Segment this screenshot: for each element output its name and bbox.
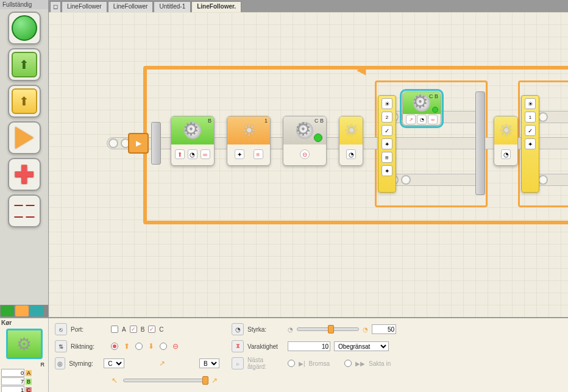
- palette-data-button[interactable]: [8, 158, 41, 191]
- light-icon: [497, 122, 514, 139]
- steering-icon: ◎: [55, 357, 65, 369]
- config-power-row: ◔ Styrka: ◔ ◔: [232, 322, 396, 337]
- gear-icon: [184, 122, 201, 139]
- wait-block[interactable]: ◔: [339, 116, 363, 166]
- steering-label-text: Styrning:: [69, 360, 100, 367]
- port-label: C B: [314, 118, 324, 124]
- tab-0[interactable]: LineFollower: [62, 1, 107, 12]
- steer-left-icon: ↖: [110, 376, 119, 385]
- switch-port-label: 1: [525, 112, 536, 123]
- palette-mode-tabs: [0, 305, 48, 317]
- config-steering-row: ◎ Styrning: C ↗ B: [55, 356, 219, 371]
- stop-icon: ⊖: [171, 341, 180, 351]
- steer-arrow-icon: ↗: [158, 358, 166, 368]
- config-duration-row: ⧗ Varaktighet Obegränsat: [232, 339, 396, 354]
- loop-handle-left[interactable]: [151, 122, 161, 165]
- tabs-bar: ◻ LineFollower LineFollower Untitled-1 L…: [49, 0, 568, 12]
- switch-opt-icon: ✦: [382, 165, 392, 176]
- switch-block-1[interactable]: ☀ 2 ✓ ✦ ≡ ✦: [378, 95, 396, 193]
- power-value-input[interactable]: [372, 324, 396, 334]
- feedback-b-value[interactable]: [1, 377, 24, 385]
- palette-tab-3[interactable]: [30, 305, 43, 316]
- next-action-label-text: Nästa åtgärd:: [247, 357, 284, 370]
- tab-close-all[interactable]: ◻: [50, 1, 61, 12]
- sequence-beam-s1-false: [387, 174, 485, 186]
- switch-opt-icon: ✦: [525, 138, 536, 149]
- palette-advanced-button[interactable]: [8, 194, 41, 227]
- brake-radio[interactable]: [288, 360, 295, 367]
- power-slider[interactable]: [297, 327, 359, 331]
- switch-1-handle-right[interactable]: [475, 91, 485, 195]
- duration-icon: ⧗: [232, 340, 244, 352]
- palette-tab-1[interactable]: [1, 305, 14, 316]
- port-c-checkbox[interactable]: [148, 326, 155, 333]
- config-panel: Kør R A B C ⎋ Port: A B C ◔ Styrka: ◔ ◔ …: [0, 317, 568, 392]
- gear-icon: [296, 122, 313, 139]
- program-canvas[interactable]: ◀ B ⬆◔∞ 1 ✦≡ C B ⊖: [49, 12, 568, 317]
- tab-2[interactable]: Untitled-1: [154, 1, 191, 12]
- start-block[interactable]: [128, 133, 149, 154]
- config-title: Kør: [1, 319, 47, 326]
- feedback-c-label: C: [26, 387, 32, 393]
- config-preview-pane: Kør R A B C: [0, 318, 49, 392]
- motor-block-b[interactable]: B ⬆◔∞: [171, 116, 215, 166]
- feedback-a-value[interactable]: [1, 369, 24, 377]
- switch-opt-icon: ✓: [382, 125, 392, 136]
- config-steering-slider-row: ↖ ↗: [55, 373, 219, 388]
- direction-back-radio[interactable]: [135, 343, 143, 350]
- palette-title: Fullständig: [0, 0, 48, 9]
- direction-fwd-radio[interactable]: [111, 343, 118, 350]
- tab-3[interactable]: LineFollower.: [191, 1, 241, 12]
- port-b-checkbox[interactable]: [130, 326, 137, 333]
- feedback-ports: A B C: [1, 369, 47, 392]
- steering-slider[interactable]: [123, 379, 206, 382]
- wait-block-2[interactable]: ◔: [494, 116, 518, 166]
- config-block-preview: [6, 329, 43, 359]
- palette-tab-2[interactable]: [15, 305, 29, 316]
- gear-icon: [413, 94, 430, 112]
- arrow-up-icon: ⬆: [122, 341, 132, 351]
- brake-icon: ▶|: [299, 360, 305, 367]
- power-icon: ◔: [232, 323, 244, 335]
- port-label-text: Port:: [71, 326, 107, 333]
- config-direction-row: ⇅ Riktning: ⬆ ⬇ ⊖: [55, 339, 219, 354]
- palette-flow-button[interactable]: [8, 121, 41, 154]
- steering-right-select[interactable]: B: [199, 358, 219, 368]
- direction-label-text: Riktning:: [71, 343, 107, 350]
- power-label-text: Styrka:: [247, 326, 284, 333]
- switch-opt-icon: ≡: [382, 152, 392, 163]
- tab-1[interactable]: LineFollower: [108, 1, 154, 12]
- move-block-cb[interactable]: C B ⊖: [283, 116, 327, 166]
- steer-right-icon: ↗: [210, 376, 219, 385]
- port-label: B: [208, 118, 211, 124]
- port-icon: ⎋: [55, 323, 67, 335]
- port-a-checkbox[interactable]: [111, 326, 118, 333]
- duration-value-input[interactable]: [288, 341, 330, 351]
- switch-opt-icon: ✓: [525, 125, 536, 136]
- light-icon: [240, 122, 257, 139]
- next-action-icon: ▹: [232, 357, 244, 369]
- feedback-c-value[interactable]: [1, 386, 24, 392]
- reset-label[interactable]: R: [1, 362, 47, 368]
- palette-common-button[interactable]: [8, 12, 41, 45]
- switch-sensor-icon: ☀: [382, 98, 392, 109]
- duration-mode-select[interactable]: Obegränsat: [334, 341, 389, 351]
- palette-sensor-button[interactable]: [8, 85, 41, 118]
- palette-sidebar: Fullständig: [0, 0, 49, 317]
- config-port-row: ⎋ Port: A B C: [55, 322, 219, 337]
- switch-opt-icon: ✦: [382, 138, 392, 149]
- steering-left-select[interactable]: C: [104, 358, 124, 368]
- coast-radio[interactable]: [344, 360, 352, 367]
- direction-icon: ⇅: [55, 340, 67, 352]
- move-block-selected[interactable]: C B ↗◔∞: [402, 91, 441, 126]
- direction-stop-radio[interactable]: [160, 343, 167, 350]
- switch-block-2[interactable]: ☀ 1 ✓ ✦: [521, 95, 539, 193]
- config-next-action-row: ▹ Nästa åtgärd: ▶|Bromsa ▶▶Sakta in: [232, 356, 396, 371]
- switch-port-label: 2: [382, 112, 392, 123]
- coast-icon: ▶▶: [355, 360, 365, 367]
- light-sensor-block[interactable]: 1 ✦≡: [227, 116, 271, 166]
- palette-action-button[interactable]: [8, 48, 41, 81]
- duration-label-text: Varaktighet: [247, 343, 284, 350]
- light-icon: [343, 122, 360, 139]
- arrow-down-icon: ⬇: [146, 341, 156, 351]
